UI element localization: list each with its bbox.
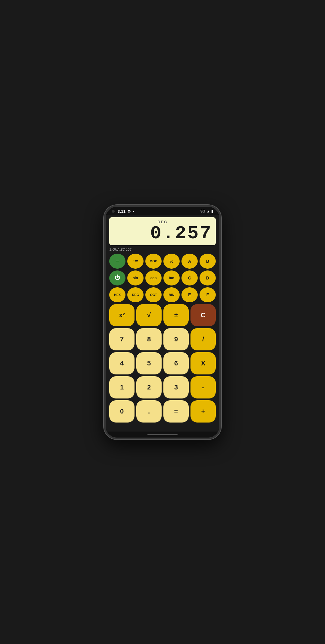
home-bar-line — [147, 434, 178, 435]
c-hex-button[interactable]: C — [181, 270, 198, 285]
model-name: SIGNA EC 105 — [109, 247, 216, 252]
time: 3:11 — [118, 209, 125, 214]
multiply-button[interactable]: X — [190, 352, 216, 374]
five-button[interactable]: 5 — [136, 352, 162, 374]
four-button[interactable]: 4 — [109, 352, 135, 374]
sqrt-button[interactable]: √ — [136, 304, 162, 326]
b-button[interactable]: B — [200, 254, 216, 269]
a-button[interactable]: A — [181, 254, 198, 269]
phone-frame: 3:11 ⚙ ▪ 3G ▲ ▮ DEC 0.257 SIGNA EC 105 ≡… — [104, 205, 221, 439]
seven-button[interactable]: 7 — [109, 328, 135, 350]
camera-dot — [112, 210, 115, 213]
six-button[interactable]: 6 — [163, 352, 189, 374]
inverse-button[interactable]: 1/x — [127, 254, 144, 269]
button-row-2: ⏻ sin cos tan C D — [109, 270, 216, 285]
nine-button[interactable]: 9 — [163, 328, 189, 350]
equals-button[interactable]: = — [163, 400, 189, 423]
d-hex-button[interactable]: D — [200, 270, 216, 285]
add-button[interactable]: + — [190, 400, 216, 423]
status-bar: 3:11 ⚙ ▪ 3G ▲ ▮ — [106, 207, 219, 215]
eight-button[interactable]: 8 — [136, 328, 162, 350]
battery-icon: ▮ — [211, 209, 213, 213]
sim-icon: ▪ — [133, 209, 134, 214]
sin-button[interactable]: sin — [127, 270, 144, 285]
button-row-8: 0 . = + — [109, 400, 216, 423]
menu-button[interactable]: ≡ — [109, 254, 125, 269]
calculator-body: DEC 0.257 SIGNA EC 105 ≡ 1/x MOD % A B ⏻… — [106, 215, 219, 432]
one-button[interactable]: 1 — [109, 376, 135, 398]
button-row-5: 7 8 9 / — [109, 328, 216, 350]
decimal-button[interactable]: . — [136, 400, 162, 423]
button-row-1: ≡ 1/x MOD % A B — [109, 254, 216, 269]
tan-button[interactable]: tan — [163, 270, 180, 285]
cos-button[interactable]: cos — [145, 270, 162, 285]
button-row-4: x² √ ± C — [109, 304, 216, 326]
three-button[interactable]: 3 — [163, 376, 189, 398]
hex-button[interactable]: HEX — [109, 287, 125, 302]
settings-icon: ⚙ — [127, 209, 131, 214]
mod-button[interactable]: MOD — [145, 254, 162, 269]
oct-button[interactable]: OCT — [145, 287, 162, 302]
display-area: DEC 0.257 — [109, 217, 216, 245]
square-button[interactable]: x² — [109, 304, 135, 326]
zero-button[interactable]: 0 — [109, 400, 135, 423]
network-indicator: 3G — [200, 209, 205, 213]
percent-button[interactable]: % — [163, 254, 180, 269]
f-hex-button[interactable]: F — [200, 287, 216, 302]
clear-button[interactable]: C — [190, 304, 216, 326]
power-button[interactable]: ⏻ — [109, 270, 125, 285]
signal-icon: ▲ — [206, 209, 210, 213]
button-row-6: 4 5 6 X — [109, 352, 216, 374]
plusminus-button[interactable]: ± — [163, 304, 189, 326]
button-row-3: HEX DEC OCT BIN E F — [109, 287, 216, 302]
two-button[interactable]: 2 — [136, 376, 162, 398]
e-hex-button[interactable]: E — [181, 287, 198, 302]
display-number: 0.257 — [113, 224, 212, 243]
divide-button[interactable]: / — [190, 328, 216, 350]
subtract-button[interactable]: - — [190, 376, 216, 398]
button-row-7: 1 2 3 - — [109, 376, 216, 398]
status-left: 3:11 ⚙ ▪ — [112, 209, 134, 214]
home-bar — [106, 432, 219, 438]
dec-button[interactable]: DEC — [127, 287, 144, 302]
status-right: 3G ▲ ▮ — [200, 209, 213, 213]
bin-button[interactable]: BIN — [163, 287, 180, 302]
